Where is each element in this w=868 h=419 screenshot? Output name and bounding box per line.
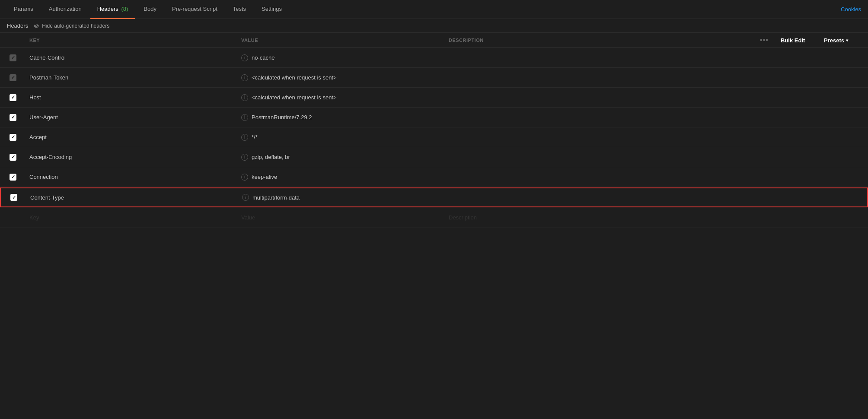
checkmark-icon: ✓	[11, 95, 15, 100]
info-icon[interactable]: i	[242, 194, 249, 201]
hide-auto-generated-label: Hide auto-generated headers	[42, 23, 109, 29]
row-description-cell	[445, 153, 868, 162]
row-checkbox[interactable]: ✓	[10, 94, 16, 101]
table-row: ✓Accept-Encodingigzip, deflate, br	[0, 147, 868, 167]
row-description-cell	[445, 54, 868, 62]
row-value-cell: imultipart/form-data	[239, 190, 446, 205]
row-value-cell: i<calculated when request is sent>	[238, 90, 445, 105]
row-checkbox[interactable]: ✓	[10, 54, 16, 61]
table-row: ✓Cache-Controlino-cache	[0, 48, 868, 68]
row-description-cell: Description	[445, 210, 868, 225]
row-value-cell: i*/*	[238, 130, 445, 145]
tab-settings[interactable]: Settings	[255, 0, 289, 19]
sub-header: Headers Hide auto-generated headers	[0, 19, 868, 33]
presets-btn[interactable]: Presets ▾	[820, 37, 868, 44]
row-key[interactable]: Key	[29, 214, 39, 221]
row-value-cell: ino-cache	[238, 50, 445, 66]
row-checkbox-cell: ✓	[0, 130, 26, 145]
tab-headers[interactable]: Headers (8)	[90, 0, 135, 19]
row-value: multipart/form-data	[252, 194, 300, 201]
row-checkbox[interactable]: ✓	[10, 174, 16, 181]
row-key-cell: Host	[26, 90, 238, 105]
table-header: KEY VALUE DESCRIPTION ••• Bulk Edit Pres…	[0, 33, 868, 48]
tab-bar: Params Authorization Headers (8) Body Pr…	[0, 0, 868, 19]
table-row: ✓User-AgentiPostmanRuntime/7.29.2	[0, 108, 868, 127]
row-key: Postman-Token	[29, 74, 68, 81]
col-header-description: DESCRIPTION	[445, 38, 751, 43]
info-icon[interactable]: i	[241, 114, 248, 121]
row-key: Connection	[29, 174, 58, 180]
tab-authorization[interactable]: Authorization	[42, 0, 89, 19]
row-value-cell: iPostmanRuntime/7.29.2	[238, 110, 445, 125]
row-checkbox-cell: ✓	[0, 90, 26, 105]
info-icon[interactable]: i	[241, 174, 248, 181]
row-value-cell: Value	[238, 210, 445, 225]
rows-container: ✓Cache-Controlino-cache✓Postman-Tokeni<c…	[0, 48, 868, 228]
row-checkbox-cell: ✓	[0, 110, 26, 125]
row-description-cell	[445, 93, 868, 102]
cookies-link[interactable]: Cookies	[841, 6, 861, 13]
info-icon[interactable]: i	[241, 134, 248, 141]
table-row: ✓Accepti*/*	[0, 127, 868, 147]
checkmark-icon: ✓	[11, 75, 15, 80]
hide-auto-generated-btn[interactable]: Hide auto-generated headers	[33, 23, 109, 29]
info-icon[interactable]: i	[241, 54, 248, 61]
row-key-cell: Postman-Token	[26, 70, 238, 85]
table-row: KeyValueDescription	[0, 208, 868, 228]
bulk-edit-btn[interactable]: Bulk Edit	[777, 37, 820, 44]
table-row: ✓Hosti<calculated when request is sent>	[0, 88, 868, 108]
row-value: */*	[252, 134, 258, 140]
row-description-cell	[445, 133, 868, 142]
row-checkbox[interactable]: ✓	[10, 74, 16, 81]
row-description[interactable]: Description	[449, 214, 477, 221]
row-checkbox[interactable]: ✓	[10, 154, 16, 161]
row-description-cell	[446, 193, 867, 202]
row-key: User-Agent	[29, 114, 58, 121]
row-description-cell	[445, 173, 868, 181]
row-key-cell: Key	[26, 210, 238, 225]
tab-body[interactable]: Body	[137, 0, 163, 19]
row-checkbox[interactable]: ✓	[10, 114, 16, 121]
col-header-key: KEY	[26, 38, 238, 43]
row-checkbox[interactable]: ✓	[10, 194, 17, 201]
row-value-cell: ikeep-alive	[238, 169, 445, 185]
row-checkbox-cell: ✓	[0, 169, 26, 185]
checkmark-icon: ✓	[11, 134, 15, 140]
row-checkbox-cell: ✓	[0, 50, 26, 66]
tab-params[interactable]: Params	[7, 0, 40, 19]
row-value: no-cache	[252, 54, 274, 61]
row-checkbox-cell: ✓	[0, 149, 26, 165]
row-checkbox-cell: ✓	[0, 70, 26, 86]
checkmark-icon: ✓	[12, 195, 16, 200]
info-icon[interactable]: i	[241, 74, 248, 81]
headers-label: Headers	[7, 22, 28, 29]
tab-pre-request-script[interactable]: Pre-request Script	[165, 0, 224, 19]
row-checkbox[interactable]: ✓	[10, 134, 16, 141]
row-description-cell	[445, 73, 868, 82]
eye-slash-icon	[33, 23, 39, 29]
table-row: ✓Connectionikeep-alive	[0, 167, 868, 187]
checkmark-icon: ✓	[11, 174, 15, 180]
row-checkbox-cell	[0, 213, 26, 222]
tab-tests[interactable]: Tests	[226, 0, 253, 19]
row-key-cell: Accept	[26, 130, 238, 145]
row-key-cell: Accept-Encoding	[26, 149, 238, 165]
row-key: Content-Type	[30, 194, 64, 201]
row-key: Cache-Control	[29, 54, 66, 61]
checkmark-icon: ✓	[11, 55, 15, 60]
col-header-more[interactable]: •••	[751, 36, 777, 44]
table-row: ✓Content-Typeimultipart/form-data	[0, 187, 868, 207]
info-icon[interactable]: i	[241, 154, 248, 161]
more-options-icon[interactable]: •••	[760, 36, 769, 44]
row-key-cell: User-Agent	[26, 110, 238, 125]
checkmark-icon: ✓	[11, 114, 15, 120]
row-key-cell: Content-Type	[27, 190, 239, 205]
row-key-cell: Cache-Control	[26, 50, 238, 65]
row-value[interactable]: Value	[241, 214, 255, 221]
row-key: Accept-Encoding	[29, 154, 72, 160]
presets-chevron-icon: ▾	[846, 38, 848, 43]
row-value-cell: i<calculated when request is sent>	[238, 70, 445, 86]
row-value: keep-alive	[252, 174, 277, 180]
info-icon[interactable]: i	[241, 94, 248, 101]
row-value-cell: igzip, deflate, br	[238, 149, 445, 165]
